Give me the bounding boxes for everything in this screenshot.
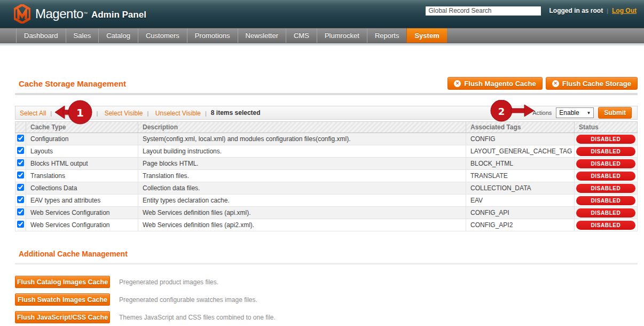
- grid-header-row: Cache Type Description Associated Tags S…: [15, 122, 638, 133]
- description-cell: Translation files.: [138, 170, 466, 182]
- tags-cell: CONFIG_API2: [466, 219, 575, 231]
- table-row[interactable]: Layouts Layout building instructions. LA…: [15, 145, 638, 158]
- row-checkbox[interactable]: [17, 147, 24, 154]
- actions-select[interactable]: Enable ▼: [556, 107, 594, 118]
- row-checkbox[interactable]: [17, 135, 24, 142]
- table-row[interactable]: Configuration System(config.xml, local.x…: [15, 133, 638, 145]
- link-separator: |: [147, 110, 149, 117]
- flush-button-label: Flush Cache Storage: [562, 80, 631, 88]
- additional-flush-button[interactable]: Flush Swatch Images Cache: [15, 293, 110, 306]
- tags-cell: COLLECTION_DATA: [466, 182, 575, 195]
- tags-cell: EAV: [466, 195, 575, 207]
- trademark-symbol: ™: [83, 9, 88, 19]
- cache-type-cell: Web Services Configuration: [26, 219, 138, 231]
- admin-panel-label: Admin Panel: [91, 8, 146, 20]
- cache-type-cell: Layouts: [26, 145, 138, 158]
- selection-link[interactable]: Unselect All: [59, 110, 92, 117]
- additional-flush-button[interactable]: Flush JavaScript/CSS Cache: [15, 311, 110, 323]
- actions-selected-value: Enable: [559, 109, 579, 117]
- column-header: Cache Type: [26, 122, 138, 133]
- nav-item[interactable]: CMS: [286, 28, 317, 43]
- additional-cache-title: Additional Cache Management: [15, 250, 638, 258]
- app-header: Magento ™ Admin Panel Logged in as root …: [0, 0, 644, 28]
- table-row[interactable]: EAV types and attributes Entity types de…: [15, 195, 638, 207]
- column-header: Associated Tags: [466, 122, 575, 133]
- additional-divider: [15, 263, 638, 265]
- description-cell: System(config.xml, local.xml) and module…: [138, 133, 466, 145]
- row-checkbox[interactable]: [17, 208, 24, 215]
- selection-link[interactable]: Select All: [20, 110, 46, 117]
- description-cell: Web Services definition files (api.xml).: [138, 207, 466, 219]
- nav-item[interactable]: Newsletter: [238, 28, 286, 43]
- flush-cache-button[interactable]: ✕ Flush Cache Storage: [546, 77, 638, 90]
- cache-type-cell: Blocks HTML output: [26, 158, 138, 170]
- tags-cell: CONFIG: [466, 133, 575, 145]
- selection-links: Select All| Unselect All| Select Visible…: [20, 108, 261, 118]
- flush-button-label: Flush Magento Cache: [464, 80, 536, 88]
- tags-cell: CONFIG_API: [466, 207, 575, 219]
- row-checkbox[interactable]: [17, 159, 24, 166]
- status-badge: DISABLED: [576, 221, 635, 230]
- additional-flush-description: Pregenerated configurable swatches image…: [119, 296, 257, 304]
- selection-link[interactable]: Unselect Visible: [155, 110, 201, 117]
- massaction-toolbar: Select All| Unselect All| Select Visible…: [15, 106, 638, 120]
- main-nav: Dashboard Sales Catalog Customers Promot…: [0, 28, 644, 43]
- description-cell: Entity types declaration cache.: [138, 195, 466, 207]
- cache-type-cell: Web Services Configuration: [26, 207, 138, 219]
- tags-cell: BLOCK_HTML: [466, 158, 575, 170]
- status-badge: DISABLED: [576, 208, 635, 218]
- table-row[interactable]: Collections Data Collection data files. …: [15, 182, 638, 195]
- header-right: Logged in as root | Log Out: [425, 5, 637, 16]
- status-badge: DISABLED: [576, 159, 635, 168]
- nav-item[interactable]: System: [406, 28, 446, 43]
- nav-item[interactable]: Promotions: [187, 28, 238, 43]
- row-checkbox[interactable]: [17, 196, 24, 203]
- table-row[interactable]: Blocks HTML output Page blocks HTML. BLO…: [15, 158, 638, 170]
- nav-item[interactable]: Sales: [66, 28, 99, 43]
- nav-item[interactable]: Plumrocket: [317, 28, 367, 43]
- page-head: Cache Storage Management ✕ Flush Magento…: [15, 76, 638, 90]
- actions-label: Actions: [532, 110, 552, 116]
- cache-type-cell: EAV types and attributes: [26, 195, 138, 207]
- logged-in-text: Logged in as root: [549, 7, 603, 14]
- logout-link[interactable]: Log Out: [612, 7, 637, 14]
- selection-links-list: Select All| Unselect All| Select Visible…: [20, 108, 211, 118]
- column-header: Status: [575, 122, 638, 133]
- tags-cell: TRANSLATE: [466, 170, 575, 182]
- table-row[interactable]: Translations Translation files. TRANSLAT…: [15, 170, 638, 182]
- flush-cache-button[interactable]: ✕ Flush Magento Cache: [447, 77, 542, 90]
- status-badge: DISABLED: [576, 172, 635, 181]
- nav-item[interactable]: Customers: [138, 28, 187, 43]
- submit-button[interactable]: Submit: [598, 107, 632, 119]
- row-checkbox[interactable]: [17, 184, 24, 191]
- header-divider: [15, 93, 638, 95]
- header-separator: |: [607, 7, 608, 14]
- status-badge: DISABLED: [576, 196, 635, 205]
- cache-grid: Cache Type Description Associated Tags S…: [15, 121, 638, 231]
- circle-x-icon: ✕: [552, 80, 559, 87]
- nav-item[interactable]: Catalog: [98, 28, 138, 43]
- selected-count: 8 items selected: [211, 109, 261, 117]
- row-checkbox[interactable]: [17, 172, 24, 178]
- brand-wordmark: Magento: [35, 6, 83, 21]
- row-checkbox[interactable]: [17, 221, 24, 228]
- additional-cache-actions: Flush Catalog Images Cache Pregenerated …: [15, 276, 638, 323]
- additional-cache-row: Flush Swatch Images Cache Pregenerated c…: [15, 293, 638, 306]
- status-badge: DISABLED: [576, 147, 635, 156]
- link-separator: |: [50, 110, 52, 117]
- column-header: Description: [138, 122, 466, 133]
- description-cell: Web Services definition files (api2.xml)…: [138, 219, 466, 231]
- selection-link[interactable]: Select Visible: [105, 110, 143, 117]
- global-search-input[interactable]: [425, 6, 541, 16]
- magento-logo-icon: [14, 4, 30, 24]
- additional-flush-button[interactable]: Flush Catalog Images Cache: [15, 276, 110, 288]
- description-cell: Collection data files.: [138, 182, 466, 195]
- nav-item[interactable]: Dashboard: [16, 28, 66, 43]
- table-row[interactable]: Web Services Configuration Web Services …: [15, 219, 638, 231]
- link-separator: |: [205, 110, 207, 117]
- nav-item[interactable]: Reports: [367, 28, 407, 43]
- content: Cache Storage Management ✕ Flush Magento…: [0, 76, 644, 323]
- table-row[interactable]: Web Services Configuration Web Services …: [15, 207, 638, 219]
- tags-cell: LAYOUT_GENERAL_CACHE_TAG: [466, 145, 575, 158]
- cache-type-cell: Configuration: [26, 133, 138, 145]
